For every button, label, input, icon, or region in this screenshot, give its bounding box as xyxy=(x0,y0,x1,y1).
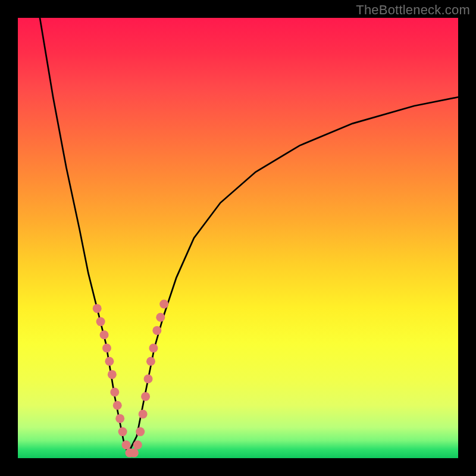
sample-dot xyxy=(149,344,158,353)
sample-dot xyxy=(159,300,168,309)
sample-dot xyxy=(110,388,119,397)
dots-group xyxy=(93,300,168,458)
sample-dot xyxy=(102,344,111,353)
sample-dot xyxy=(115,414,124,423)
sample-dot xyxy=(96,317,105,326)
sample-dot xyxy=(122,440,131,449)
sample-dot xyxy=(108,370,117,379)
sample-dot xyxy=(136,427,145,436)
sample-dot xyxy=(139,410,148,419)
sample-dot xyxy=(152,326,161,335)
watermark-text: TheBottleneck.com xyxy=(356,2,470,18)
outer-frame: TheBottleneck.com xyxy=(0,0,476,476)
plot-area xyxy=(18,18,458,458)
sample-dot xyxy=(141,392,150,401)
curve-group xyxy=(40,18,458,454)
sample-dot xyxy=(156,313,165,322)
right-branch-path xyxy=(128,97,458,453)
sample-dot xyxy=(113,401,122,410)
sample-dot xyxy=(144,374,153,383)
curve-svg xyxy=(18,18,458,458)
sample-dot xyxy=(133,440,142,449)
sample-dot xyxy=(100,330,109,339)
sample-dot xyxy=(93,304,102,313)
sample-dot xyxy=(130,449,139,458)
sample-dot xyxy=(118,427,127,436)
sample-dot xyxy=(146,357,155,366)
sample-dot xyxy=(105,357,114,366)
